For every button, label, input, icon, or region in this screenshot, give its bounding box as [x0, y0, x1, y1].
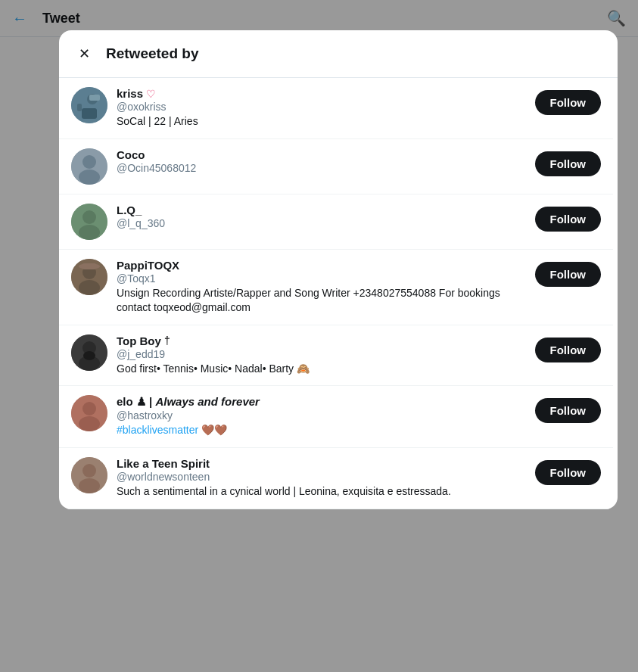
user-info: Coco @Ocin45068012: [117, 148, 526, 174]
svg-point-9: [82, 210, 96, 224]
follow-button[interactable]: Follow: [535, 338, 602, 362]
list-item[interactable]: kriss ♡ @oxokriss SoCal | 22 | Aries Fol…: [59, 78, 613, 139]
user-info: PappiTOQX @Toqx1 Unsign Recording Artist…: [117, 259, 526, 316]
modal-title: Retweeted by: [106, 45, 198, 62]
avatar: [71, 457, 107, 493]
user-bio: God first• Tennis• Music• Nadal• Barty 🙈: [117, 362, 526, 377]
svg-rect-3: [77, 104, 82, 111]
user-handle: @l_q_360: [117, 217, 526, 229]
list-item[interactable]: elo ♟ | Always and forever @hastroxky #b…: [59, 386, 613, 448]
avatar: [71, 395, 107, 431]
list-item[interactable]: Coco @Ocin45068012 Follow: [59, 139, 613, 194]
user-display-name: Like a Teen Spirit: [117, 457, 210, 470]
user-handle: @Toqx1: [117, 272, 526, 285]
list-item[interactable]: Top Boy † @j_edd19 God first• Tennis• Mu…: [59, 325, 613, 387]
avatar: [71, 334, 107, 371]
avatar: [71, 148, 107, 185]
follow-button[interactable]: Follow: [535, 398, 602, 423]
close-button[interactable]: ✕: [71, 41, 97, 67]
svg-point-24: [82, 464, 96, 478]
user-bio: SoCal | 22 | Aries: [117, 114, 526, 129]
svg-point-21: [82, 402, 96, 415]
avatar: [71, 87, 107, 123]
follow-button[interactable]: Follow: [535, 151, 602, 176]
retweeted-by-modal: ✕ Retweeted by kriss ♡ @oxo: [59, 30, 618, 509]
list-item[interactable]: L.Q_ @l_q_360 Follow: [59, 194, 613, 250]
follow-button[interactable]: Follow: [535, 90, 602, 115]
avatar: [71, 259, 107, 295]
follow-button[interactable]: Follow: [535, 460, 602, 485]
user-name-row: L.Q_: [117, 204, 526, 216]
user-name-row: Like a Teen Spirit: [117, 457, 526, 470]
svg-point-25: [79, 478, 100, 493]
svg-point-10: [79, 225, 100, 240]
user-display-name: L.Q_: [117, 204, 142, 216]
user-list: kriss ♡ @oxokriss SoCal | 22 | Aries Fol…: [59, 78, 618, 509]
user-info: L.Q_ @l_q_360: [117, 204, 526, 229]
user-info: elo ♟ | Always and forever @hastroxky #b…: [117, 395, 526, 438]
svg-point-22: [79, 416, 100, 431]
list-item[interactable]: PappiTOQX @Toqx1 Unsign Recording Artist…: [59, 250, 613, 325]
user-display-name: PappiTOQX: [117, 259, 179, 272]
user-name-row: elo ♟ | Always and forever: [117, 395, 526, 409]
user-display-name: Top Boy: [117, 334, 161, 347]
user-handle: @oxokriss: [117, 101, 526, 113]
list-item[interactable]: Like a Teen Spirit @worldnewsonteen Such…: [59, 448, 613, 509]
user-info: kriss ♡ @oxokriss SoCal | 22 | Aries: [117, 87, 526, 129]
svg-point-6: [82, 155, 96, 169]
user-handle: @worldnewsonteen: [117, 471, 526, 483]
svg-rect-4: [89, 95, 100, 101]
user-name-row: Top Boy †: [117, 334, 526, 347]
user-name-row: kriss ♡: [117, 87, 526, 100]
bio-hashtag: #blacklivesmatter: [117, 424, 198, 436]
user-info: Like a Teen Spirit @worldnewsonteen Such…: [117, 457, 526, 499]
user-info: Top Boy † @j_edd19 God first• Tennis• Mu…: [117, 334, 526, 377]
user-name-suffix: ♡: [146, 88, 156, 100]
user-bio: Such a sentimental in a cynical world | …: [117, 484, 526, 499]
user-name-row: PappiTOQX: [117, 259, 526, 272]
user-bio: Unsign Recording Artiste/Rapper and Song…: [117, 286, 526, 316]
user-handle: @j_edd19: [117, 348, 526, 360]
user-bio: #blacklivesmatter 🤎🤎: [117, 423, 526, 438]
follow-button[interactable]: Follow: [535, 262, 602, 287]
user-handle: @Ocin45068012: [117, 162, 526, 174]
modal-header: ✕ Retweeted by: [59, 30, 618, 78]
svg-point-19: [83, 351, 95, 360]
user-name-suffix: †: [164, 334, 170, 347]
avatar: [71, 204, 107, 240]
svg-point-7: [79, 170, 100, 185]
svg-rect-15: [82, 263, 97, 269]
svg-point-13: [79, 280, 100, 295]
user-display-name: elo ♟ | Always and forever: [117, 395, 260, 409]
svg-rect-2: [82, 108, 97, 119]
user-display-name: Coco: [117, 148, 145, 161]
user-display-name: kriss: [117, 87, 143, 100]
user-handle: @hastroxky: [117, 409, 526, 422]
user-name-row: Coco: [117, 148, 526, 161]
follow-button[interactable]: Follow: [535, 207, 602, 232]
